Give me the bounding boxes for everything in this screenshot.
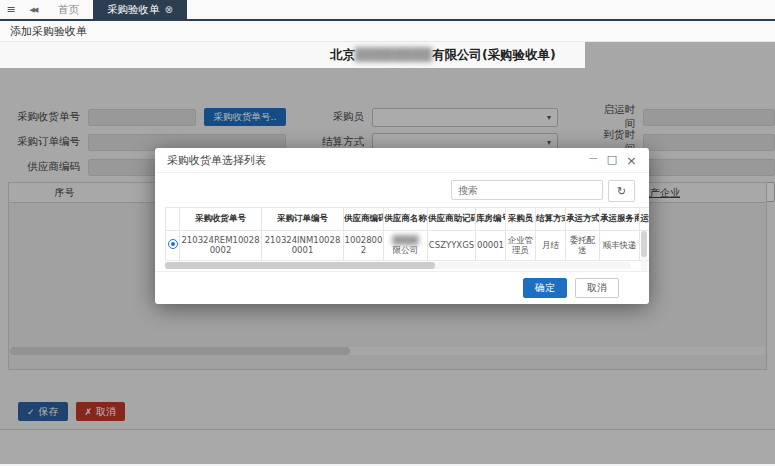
search-row: ↻ — [165, 180, 635, 202]
supplier-name-redacted: ████ — [392, 235, 418, 245]
cell-carrier: 顺丰快递 — [600, 231, 640, 261]
breadcrumb: 添加采购验收单 — [0, 21, 775, 42]
modal-title: 采购收货单选择列表 — [167, 153, 266, 168]
tab-home-label: 首页 — [58, 3, 79, 17]
column-supplier-code: 供应商编码 — [344, 208, 384, 231]
modal-cancel-button[interactable]: 取消 — [575, 278, 619, 298]
top-tab-bar: ≡ ◀◀ 首页 采购验收单 ⊗ — [0, 0, 775, 21]
search-input[interactable] — [451, 180, 603, 200]
column-settlement: 结算方式 — [536, 208, 566, 231]
scrollbar-thumb[interactable] — [641, 231, 647, 257]
maximize-icon[interactable]: □ — [607, 154, 617, 167]
cell-purchaser: 企业管理员 — [506, 231, 536, 261]
column-order-no: 采购订单编号 — [262, 208, 344, 231]
tab-home[interactable]: 首页 — [44, 0, 93, 19]
tab-label: 采购验收单 — [107, 3, 160, 17]
tab-close-icon[interactable]: ⊗ — [165, 4, 173, 15]
column-warehouse-no: 库房编号 — [476, 208, 506, 231]
cell-settlement: 月结 — [536, 231, 566, 261]
column-carry-mode: 承运方式 — [566, 208, 600, 231]
cell-receipt-no: 210324REM100280002 — [180, 231, 262, 261]
modal-footer: 确定 取消 — [155, 271, 649, 304]
title-redacted: ████████ — [355, 47, 432, 62]
cell-carry-mode: 委托配送 — [566, 231, 600, 261]
collapse-tabs-icon[interactable]: ◀◀ — [22, 0, 44, 19]
radio-cell[interactable] — [166, 231, 180, 261]
receipt-select-table: 采购收货单号 采购订单编号 供应商编码 供应商名称 供应商助记码 库房编号 采购… — [165, 207, 649, 261]
column-carrier: 承运服务商 — [600, 208, 640, 231]
table-header-row: 采购收货单号 采购订单编号 供应商编码 供应商名称 供应商助记码 库房编号 采购… — [166, 208, 650, 231]
modal-vertical-scrollbar[interactable] — [641, 231, 647, 271]
modal-window-controls: — □ × — [589, 154, 637, 167]
supplier-name-suffix: 限公司 — [393, 245, 419, 255]
cell-warehouse-no: 00001 — [476, 231, 506, 261]
row-radio-selected[interactable] — [168, 239, 178, 249]
breadcrumb-label: 添加采购验收单 — [10, 24, 87, 39]
column-receipt-no: 采购收货单号 — [180, 208, 262, 231]
column-transport-time: 运输时间 — [640, 208, 650, 231]
cell-mnemonic: CSZYYXGS — [428, 231, 476, 261]
column-radio — [166, 208, 180, 231]
tab-purchase-acceptance[interactable]: 采购验收单 ⊗ — [93, 0, 187, 19]
modal-header: 采购收货单选择列表 — □ × — [155, 148, 649, 173]
cell-order-no: 210324INM100280001 — [262, 231, 344, 261]
minimize-icon[interactable]: — — [589, 154, 598, 167]
receipt-select-modal: 采购收货单选择列表 — □ × ↻ — [155, 148, 649, 304]
scrollbar-thumb[interactable] — [165, 262, 435, 269]
cell-supplier-name: ████限公司 — [384, 231, 428, 261]
refresh-icon: ↻ — [617, 185, 626, 197]
modal-body: ↻ 采购收货单号 采购订单编号 供应商编码 供应商名称 供应商助记 — [155, 173, 649, 271]
refresh-button[interactable]: ↻ — [608, 180, 635, 202]
close-icon[interactable]: × — [626, 154, 637, 167]
page-title: 北京████████有限公司(采购验收单) — [330, 47, 556, 64]
cell-supplier-code: 10028002 — [344, 231, 384, 261]
column-purchaser: 采购员 — [506, 208, 536, 231]
confirm-button[interactable]: 确定 — [523, 278, 567, 298]
column-supplier-name: 供应商名称 — [384, 208, 428, 231]
title-prefix: 北京 — [330, 47, 355, 62]
modal-horizontal-scrollbar[interactable] — [165, 262, 631, 269]
title-suffix: 有限公司(采购验收单) — [432, 47, 556, 62]
table-row[interactable]: 210324REM100280002 210324INM100280001 10… — [166, 231, 650, 261]
menu-icon[interactable]: ≡ — [0, 0, 22, 19]
column-mnemonic: 供应商助记码 — [428, 208, 476, 231]
page-content: 采购收货单号 采购收货单号.. 采购订单编号 供应商编码 供应商名称 库房 采购… — [0, 42, 775, 464]
